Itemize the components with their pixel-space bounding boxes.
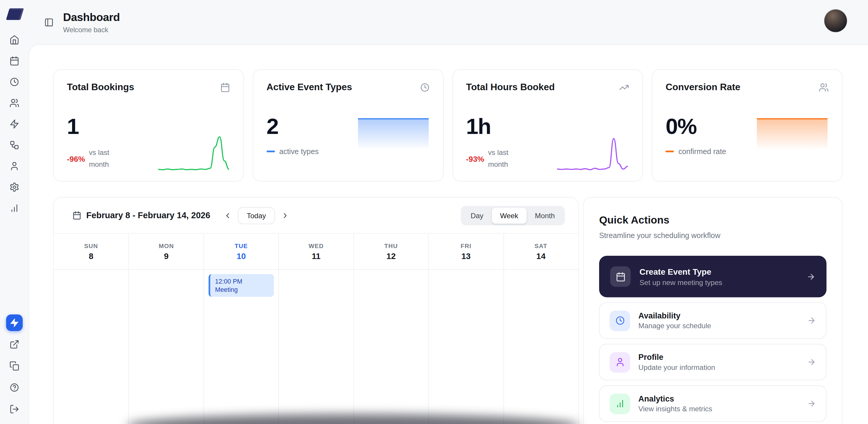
delta-label: vs last month bbox=[89, 147, 123, 170]
calendar-card: February 8 - February 14, 2026 Today Day… bbox=[53, 197, 579, 424]
date-range-label: February 8 - February 14, 2026 bbox=[86, 210, 210, 221]
calendar-icon bbox=[610, 266, 630, 287]
day-header-sun[interactable]: SUN8 bbox=[54, 233, 129, 269]
workflow-icon bbox=[9, 140, 20, 150]
sidebar-item-home[interactable] bbox=[6, 32, 23, 48]
users-icon bbox=[9, 98, 20, 108]
day-column-fri[interactable] bbox=[428, 270, 503, 424]
day-column-sat[interactable] bbox=[503, 270, 578, 424]
day-column-sun[interactable] bbox=[54, 270, 129, 424]
sidebar-item-copy[interactable] bbox=[6, 358, 23, 374]
sidebar-item-quick-actions[interactable] bbox=[6, 315, 23, 331]
areachart-conversion bbox=[757, 117, 828, 152]
areachart-event-types bbox=[358, 117, 429, 152]
sidebar-item-calendar[interactable] bbox=[6, 53, 23, 69]
trending-up-icon bbox=[619, 83, 629, 92]
main-panel: Total Bookings 1 -96% vs last month Acti… bbox=[29, 44, 868, 424]
stat-value: 0% bbox=[665, 114, 696, 139]
app-window: Dashboard Welcome back Total Bookings 1 … bbox=[0, 0, 868, 424]
stat-card-conversion-rate: Conversion Rate 0% confirmed rate bbox=[652, 69, 843, 181]
stat-title: Total Hours Booked bbox=[466, 82, 555, 93]
day-header-fri[interactable]: FRI13 bbox=[428, 233, 503, 269]
calendar-toolbar: February 8 - February 14, 2026 Today Day… bbox=[54, 198, 578, 233]
sidebar-item-share[interactable] bbox=[6, 336, 23, 353]
day-header-thu[interactable]: THU12 bbox=[353, 233, 428, 269]
stat-title: Conversion Rate bbox=[665, 82, 740, 93]
action-subtitle: Update your information bbox=[639, 363, 715, 371]
view-week-button[interactable]: Week bbox=[492, 207, 526, 223]
action-subtitle: Set up new meeting types bbox=[640, 278, 722, 286]
chevron-right-icon bbox=[281, 211, 289, 219]
day-column-mon[interactable] bbox=[128, 270, 204, 424]
user-icon bbox=[9, 161, 20, 171]
sidebar-item-availability[interactable] bbox=[6, 74, 23, 90]
sidebar-nav bbox=[6, 32, 23, 217]
stat-card-total-bookings: Total Bookings 1 -96% vs last month bbox=[53, 69, 244, 181]
day-column-thu[interactable] bbox=[353, 270, 428, 424]
sidebar-item-profile[interactable] bbox=[6, 158, 23, 174]
create-event-type-button[interactable]: Create Event Type Set up new meeting typ… bbox=[599, 256, 827, 297]
settings-icon bbox=[9, 182, 20, 192]
day-header-sat[interactable]: SAT14 bbox=[503, 233, 578, 269]
avatar[interactable] bbox=[824, 9, 847, 32]
availability-action[interactable]: Availability Manage your schedule bbox=[599, 302, 827, 339]
arrow-right-icon bbox=[807, 399, 816, 408]
week-grid: 12:00 PM Meeting bbox=[54, 270, 578, 424]
sidebar-item-events[interactable] bbox=[6, 116, 23, 132]
stat-delta: -96% vs last month bbox=[67, 147, 123, 170]
page-titles: Dashboard Welcome back bbox=[63, 11, 120, 34]
day-column-wed[interactable] bbox=[278, 270, 353, 424]
legend-label: confirmed rate bbox=[678, 147, 726, 156]
chevron-left-icon bbox=[223, 211, 231, 219]
page-title: Dashboard bbox=[63, 11, 120, 24]
day-header-wed[interactable]: WED11 bbox=[278, 233, 353, 269]
day-column-tue[interactable]: 12:00 PM Meeting bbox=[204, 270, 279, 424]
day-header-tue[interactable]: TUE10 bbox=[204, 233, 279, 269]
home-icon bbox=[9, 35, 20, 45]
next-week-button[interactable] bbox=[277, 207, 293, 223]
bar-chart-icon bbox=[9, 203, 20, 213]
view-switcher: Day Week Month bbox=[461, 206, 565, 225]
sidebar-item-settings[interactable] bbox=[6, 179, 23, 195]
sidebar-item-logout[interactable] bbox=[6, 401, 23, 418]
calendar-icon bbox=[220, 83, 230, 92]
help-circle-icon bbox=[9, 383, 20, 393]
arrow-right-icon bbox=[807, 358, 816, 367]
topbar: Dashboard Welcome back bbox=[29, 0, 868, 44]
analytics-action[interactable]: Analytics View insights & metrics bbox=[599, 385, 827, 422]
clock-icon bbox=[9, 77, 20, 87]
sidebar-item-workflows[interactable] bbox=[6, 137, 23, 153]
sparkline-bookings bbox=[158, 133, 229, 173]
prev-week-button[interactable] bbox=[219, 207, 235, 223]
calendar-event[interactable]: 12:00 PM Meeting bbox=[209, 274, 274, 297]
stat-card-active-event-types: Active Event Types 2 active types bbox=[253, 69, 443, 181]
view-day-button[interactable]: Day bbox=[462, 207, 492, 223]
stat-legend: active types bbox=[267, 147, 319, 156]
logo-parallelogram-icon bbox=[6, 8, 24, 20]
event-time: 12:00 PM bbox=[215, 278, 269, 284]
sidebar-item-contacts[interactable] bbox=[6, 95, 23, 111]
sidebar bbox=[0, 0, 29, 424]
delta-label: vs last month bbox=[488, 147, 522, 170]
action-title: Create Event Type bbox=[640, 267, 722, 276]
profile-action[interactable]: Profile Update your information bbox=[599, 344, 827, 380]
day-header-mon[interactable]: MON9 bbox=[128, 233, 204, 269]
view-month-button[interactable]: Month bbox=[526, 207, 563, 223]
today-button[interactable]: Today bbox=[238, 207, 275, 224]
sidebar-item-analytics[interactable] bbox=[6, 200, 23, 217]
zap-icon bbox=[9, 318, 20, 328]
zap-icon bbox=[9, 119, 20, 129]
sidebar-toggle-button[interactable] bbox=[41, 15, 56, 30]
sparkline-hours bbox=[557, 133, 628, 173]
sidebar-item-help[interactable] bbox=[6, 379, 23, 396]
delta-value: -93% bbox=[466, 154, 484, 163]
bar-chart-icon bbox=[610, 393, 630, 414]
quick-actions-card: Quick Actions Streamline your scheduling… bbox=[583, 197, 843, 424]
action-title: Analytics bbox=[639, 394, 712, 403]
stat-legend: confirmed rate bbox=[665, 147, 726, 156]
log-out-icon bbox=[9, 404, 20, 414]
users-icon bbox=[819, 83, 829, 92]
app-logo[interactable] bbox=[5, 7, 24, 20]
stat-card-total-hours: Total Hours Booked 1h -93% vs last month bbox=[452, 69, 643, 181]
quick-actions-title: Quick Actions bbox=[599, 215, 827, 226]
